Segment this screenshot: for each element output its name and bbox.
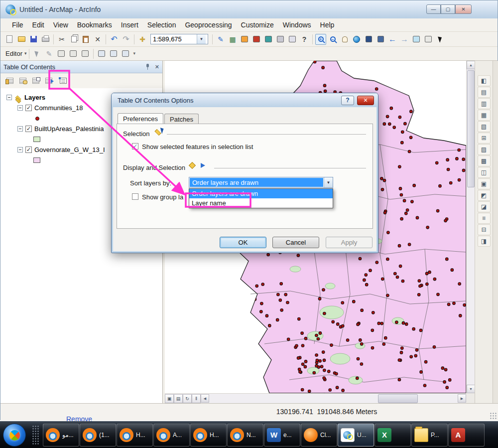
scroll-down-icon[interactable]: ▼ bbox=[467, 385, 475, 393]
taskbar-adobe[interactable]: A bbox=[448, 424, 485, 447]
menu-view[interactable]: View bbox=[49, 19, 73, 31]
toc-close-icon[interactable]: ✕ bbox=[155, 64, 159, 70]
dock-tool-7-icon[interactable]: ▨ bbox=[478, 144, 491, 155]
pause-drawing-button[interactable]: ‖ bbox=[192, 394, 201, 403]
zoom-out-tool[interactable]: − bbox=[327, 34, 338, 45]
full-extent-button[interactable] bbox=[351, 34, 362, 45]
dock-tool-11-icon[interactable]: ◩ bbox=[478, 190, 491, 201]
cancel-button[interactable]: Cancel bbox=[272, 237, 319, 248]
dock-tool-8-icon[interactable]: ▩ bbox=[478, 155, 491, 166]
taskbar-firefox-2[interactable]: (1... bbox=[80, 424, 116, 447]
layer-label[interactable]: Communities_18 bbox=[34, 104, 83, 112]
go-back-extent-button[interactable]: ← bbox=[387, 34, 398, 45]
list-by-visibility-button[interactable] bbox=[29, 75, 42, 87]
expander-icon[interactable] bbox=[17, 126, 23, 132]
cut-button[interactable]: ✂ bbox=[56, 34, 67, 45]
command-search-button[interactable] bbox=[287, 34, 298, 45]
taskbar-firefox-4[interactable]: A... bbox=[153, 424, 190, 447]
data-view-button[interactable]: ▣ bbox=[165, 394, 174, 403]
editor-edit-tool[interactable] bbox=[32, 48, 43, 59]
pan-tool[interactable] bbox=[339, 34, 350, 45]
whats-this-button[interactable]: ? bbox=[299, 34, 310, 45]
menu-windows[interactable]: Windows bbox=[278, 19, 316, 31]
menu-geoprocessing[interactable]: Geoprocessing bbox=[180, 19, 236, 31]
arccatalog-button[interactable] bbox=[239, 34, 250, 45]
dock-tool-10-icon[interactable]: ▣ bbox=[478, 178, 491, 189]
dock-tool-9-icon[interactable]: ◫ bbox=[478, 167, 491, 178]
combobox-arrow-icon[interactable]: ▼ bbox=[324, 177, 333, 187]
menu-bookmarks[interactable]: Bookmarks bbox=[73, 19, 117, 31]
dock-tool-3-icon[interactable]: ▥ bbox=[478, 98, 491, 109]
select-features-button[interactable] bbox=[411, 34, 422, 45]
map-scale-input[interactable] bbox=[151, 35, 197, 43]
toc-pin-icon[interactable] bbox=[144, 63, 151, 70]
taskbar-word[interactable]: We... bbox=[264, 424, 300, 447]
horizontal-scroll-track[interactable] bbox=[209, 394, 458, 403]
taskbar-arcmap[interactable]: U... bbox=[338, 424, 374, 447]
dock-tool-2-icon[interactable]: ▤ bbox=[478, 87, 491, 98]
select-elements-tool[interactable] bbox=[435, 34, 446, 45]
open-table-button[interactable]: ▦ bbox=[227, 34, 238, 45]
dock-tool-12-icon[interactable]: ◪ bbox=[478, 201, 491, 212]
menu-help[interactable]: Help bbox=[316, 19, 339, 31]
undo-button[interactable]: ↶ bbox=[109, 34, 120, 45]
taskbar-firefox-3[interactable]: H... bbox=[117, 424, 153, 447]
open-button[interactable] bbox=[16, 34, 27, 45]
dock-tool-14-icon[interactable]: ⊟ bbox=[478, 224, 491, 235]
editor-create-features-button[interactable] bbox=[120, 48, 131, 59]
zoom-in-tool[interactable]: + bbox=[315, 34, 326, 45]
dialog-close-button[interactable]: ✕ bbox=[357, 96, 374, 105]
title-bar[interactable]: Untitled - ArcMap - ArcInfo — ▢ ✕ bbox=[0, 0, 498, 18]
start-button[interactable] bbox=[3, 424, 26, 447]
point-symbol-swatch[interactable] bbox=[35, 117, 39, 121]
fixed-zoom-out-button[interactable] bbox=[375, 34, 386, 45]
taskbar-folder[interactable]: P... bbox=[411, 424, 448, 447]
layer-checkbox[interactable]: ✓ bbox=[25, 105, 32, 111]
dock-tool-13-icon[interactable]: ≡ bbox=[478, 213, 491, 224]
python-window-button[interactable] bbox=[275, 34, 286, 45]
layer-checkbox[interactable]: ✓ bbox=[25, 147, 32, 153]
layers-root-label[interactable]: Layers bbox=[24, 94, 45, 101]
scale-dropdown-arrow-icon[interactable]: ▼ bbox=[197, 34, 206, 44]
map-vertical-scrollbar[interactable]: ▲ ▼ bbox=[466, 61, 475, 393]
list-by-drawing-order-button[interactable] bbox=[3, 75, 16, 87]
new-document-button[interactable] bbox=[4, 34, 15, 45]
scroll-right-icon[interactable]: ▶ bbox=[458, 394, 466, 403]
paste-button[interactable] bbox=[80, 34, 91, 45]
close-button[interactable]: ✕ bbox=[455, 4, 472, 14]
fixed-zoom-in-button[interactable] bbox=[363, 34, 374, 45]
delete-button[interactable]: ✕ bbox=[92, 34, 103, 45]
menu-customize[interactable]: Customize bbox=[237, 19, 278, 31]
dock-tool-6-icon[interactable]: ⊞ bbox=[478, 133, 491, 144]
taskbar-orange-app[interactable]: Cl... bbox=[301, 424, 337, 447]
scroll-up-icon[interactable]: ▲ bbox=[467, 61, 475, 69]
apply-button[interactable]: Apply bbox=[326, 237, 373, 248]
clear-selection-button[interactable] bbox=[423, 34, 434, 45]
expander-icon[interactable] bbox=[17, 105, 23, 111]
arctoolbox-button[interactable] bbox=[251, 34, 262, 45]
show-group-checkbox[interactable] bbox=[132, 193, 138, 200]
dropdown-option-layer-name[interactable]: Layer name bbox=[189, 198, 333, 208]
layer-label[interactable]: Governorate_G_W_13_I bbox=[34, 146, 105, 153]
list-by-selection-button[interactable] bbox=[42, 75, 55, 87]
polygon-symbol-swatch[interactable] bbox=[33, 157, 40, 163]
editor-toolbar-toggle-button[interactable]: ✎ bbox=[215, 34, 226, 45]
menu-edit[interactable]: Edit bbox=[28, 19, 49, 31]
taskbar-excel[interactable]: X bbox=[374, 424, 411, 447]
dock-tool-1-icon[interactable]: ◧ bbox=[478, 75, 491, 86]
go-forward-extent-button[interactable]: → bbox=[399, 34, 410, 45]
editor-sketch-properties-button[interactable] bbox=[108, 48, 119, 59]
sort-layers-combobox[interactable]: Order layers are drawn ▼ bbox=[189, 177, 333, 188]
editor-polygon-tool[interactable] bbox=[68, 48, 79, 59]
save-button[interactable] bbox=[28, 34, 39, 45]
dock-tool-4-icon[interactable]: ▦ bbox=[478, 110, 491, 121]
show-selected-checkbox[interactable]: ✓ bbox=[132, 143, 138, 149]
taskbar-firefox-6[interactable]: N... bbox=[227, 424, 263, 447]
dropdown-option-order-drawn[interactable]: Order layers are drawn bbox=[189, 189, 333, 198]
menu-file[interactable]: File bbox=[7, 19, 28, 31]
editor-vertex-tool[interactable] bbox=[80, 48, 91, 59]
taskbar-firefox-5[interactable]: H... bbox=[190, 424, 227, 447]
add-data-button[interactable]: ✚ bbox=[137, 34, 148, 45]
dock-tool-15-icon[interactable]: ◨ bbox=[478, 236, 491, 247]
editor-menu-button[interactable]: Editor bbox=[3, 50, 24, 57]
